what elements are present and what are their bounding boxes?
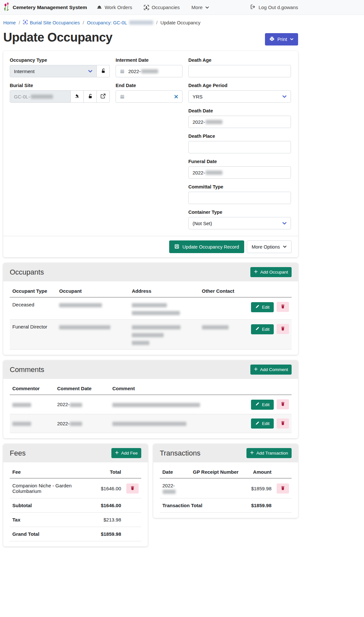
app-title: Cemetery Management System xyxy=(13,5,87,10)
fees-title: Fees xyxy=(10,449,26,457)
death-date-label: Death Date xyxy=(188,108,291,113)
redacted-text xyxy=(70,403,82,407)
delete-fee-button[interactable] xyxy=(126,483,139,494)
delete-occupant-button[interactable] xyxy=(277,324,289,334)
pencil-icon xyxy=(255,421,259,426)
delete-occupant-button[interactable] xyxy=(277,302,289,312)
edit-comment-button[interactable]: Edit xyxy=(251,418,274,429)
committal-type-input[interactable] xyxy=(188,192,291,204)
death-age-input[interactable] xyxy=(188,65,291,77)
redacted-text xyxy=(112,422,186,426)
occupancy-type-unlock-button[interactable] xyxy=(97,65,110,77)
add-comment-label: Add Comment xyxy=(260,367,288,372)
add-fee-label: Add Fee xyxy=(121,451,138,456)
nav-item-more[interactable]: More xyxy=(192,5,209,10)
burial-site-open-button[interactable] xyxy=(97,90,110,103)
breadcrumb: Home / Burial Site Occupancies / Occupan… xyxy=(3,20,298,25)
add-occupant-button[interactable]: Add Occupant xyxy=(250,267,292,277)
death-place-input[interactable] xyxy=(188,141,291,153)
add-transaction-label: Add Transaction xyxy=(256,451,288,456)
print-button[interactable]: Print xyxy=(265,33,298,45)
funeral-date-input[interactable]: 2022- xyxy=(188,166,291,179)
field-funeral-date: Funeral Date 2022- xyxy=(188,159,291,179)
plus-icon xyxy=(250,451,254,456)
comments-table: Commentor Comment Date Comment 2022- xyxy=(10,383,292,433)
edit-label: Edit xyxy=(262,402,270,407)
col-actions xyxy=(248,285,292,297)
table-row: Funeral Director Edit xyxy=(10,320,292,350)
grand-total-label: Grand Total xyxy=(10,527,93,541)
unlock-icon xyxy=(101,68,106,74)
grand-total-row: Grand Total $1859.98 xyxy=(10,527,141,541)
interment-date-input[interactable]: 2022- xyxy=(116,65,182,77)
actions-cell: Edit xyxy=(248,395,292,414)
edit-label: Edit xyxy=(262,305,270,310)
hardhat-icon xyxy=(97,5,102,10)
logout-icon xyxy=(250,4,256,10)
death-age-period-value: YRS xyxy=(193,94,203,99)
breadcrumb-burial-site-occupancies[interactable]: Burial Site Occupancies xyxy=(23,20,80,25)
app-brand[interactable]: Cemetery Management System xyxy=(3,2,87,12)
transaction-date-cell: 2022- xyxy=(160,478,190,498)
field-container-type: Container Type (Not Set) xyxy=(188,210,291,229)
update-occupancy-record-button[interactable]: Update Occupancy Record xyxy=(169,240,244,253)
occupancy-frame-icon xyxy=(144,5,149,10)
add-transaction-button[interactable]: Add Transaction xyxy=(246,448,292,458)
breadcrumb-occupancy[interactable]: Occupancy: GC-0L xyxy=(87,20,153,25)
tax-row: Tax $213.98 xyxy=(10,513,141,527)
eraser-icon xyxy=(75,94,80,99)
delete-transaction-button[interactable] xyxy=(277,483,289,494)
table-row: Deceased Edit xyxy=(10,297,292,320)
add-comment-button[interactable]: Add Comment xyxy=(250,365,292,375)
col-total: Total xyxy=(93,466,124,478)
page-title: Update Occupancy xyxy=(3,31,112,45)
burial-site-unlock-button[interactable] xyxy=(84,90,97,103)
death-date-input[interactable]: 2022- xyxy=(188,116,291,128)
occupancy-form-card: Occupancy Type Interment xyxy=(3,51,298,257)
add-fee-button[interactable]: Add Fee xyxy=(111,448,141,458)
field-end-date: End Date xyxy=(116,83,182,103)
edit-occupant-button[interactable]: Edit xyxy=(251,324,274,334)
edit-occupant-button[interactable]: Edit xyxy=(251,302,274,312)
logout-button[interactable]: Log Out d.gowans xyxy=(250,4,298,10)
plus-icon xyxy=(254,367,258,372)
fee-name-cell: Companion Niche - Garden Columbarium xyxy=(10,478,93,498)
burial-site-clear-button[interactable] xyxy=(71,90,84,103)
delete-comment-button[interactable] xyxy=(277,418,289,429)
field-death-place: Death Place xyxy=(188,134,291,153)
container-type-select[interactable]: (Not Set) xyxy=(188,217,291,229)
breadcrumb-separator: / xyxy=(83,20,84,25)
nav-item-occupancies[interactable]: Occupancies xyxy=(144,5,180,10)
delete-comment-button[interactable] xyxy=(277,399,289,409)
occupant-cell xyxy=(56,297,129,320)
edit-comment-button[interactable]: Edit xyxy=(251,400,274,410)
burial-site-label: Burial Site xyxy=(10,83,110,88)
col-comment-date: Comment Date xyxy=(55,383,110,395)
more-options-button[interactable]: More Options xyxy=(247,240,292,253)
comments-title: Comments xyxy=(10,366,44,374)
occupancy-frame-icon xyxy=(23,20,28,25)
occupancy-type-select[interactable]: Interment xyxy=(10,65,97,77)
transaction-total-label: Transaction Total xyxy=(160,498,243,513)
death-age-period-select[interactable]: YRS xyxy=(188,90,291,103)
trash-icon xyxy=(281,421,285,426)
col-other-contact: Other Contact xyxy=(199,285,248,297)
clear-date-icon[interactable] xyxy=(174,95,178,99)
comment-cell xyxy=(110,395,248,414)
nav-item-work-orders[interactable]: Work Orders xyxy=(97,5,132,10)
transactions-card: Transactions Add Transaction Date GP Rec… xyxy=(153,444,298,518)
comments-card: Comments Add Comment Commentor Comment D… xyxy=(3,360,298,438)
other-contact-cell xyxy=(199,320,248,350)
redacted-text xyxy=(202,325,229,329)
transactions-table: Date GP Receipt Number Amount 2022- $185… xyxy=(160,466,292,513)
field-interment-date: Interment Date 2022- xyxy=(116,58,182,77)
submit-label: Update Occupancy Record xyxy=(182,244,239,250)
tax-value: $213.98 xyxy=(93,513,124,527)
breadcrumb-home[interactable]: Home xyxy=(3,20,16,25)
chevron-down-icon xyxy=(283,244,287,250)
end-date-input[interactable] xyxy=(116,90,182,103)
field-burial-site: Burial Site GC-0L- xyxy=(10,83,110,103)
commentor-cell xyxy=(10,414,55,433)
comment-date-cell: 2022- xyxy=(55,414,110,433)
redacted-text xyxy=(132,303,167,307)
